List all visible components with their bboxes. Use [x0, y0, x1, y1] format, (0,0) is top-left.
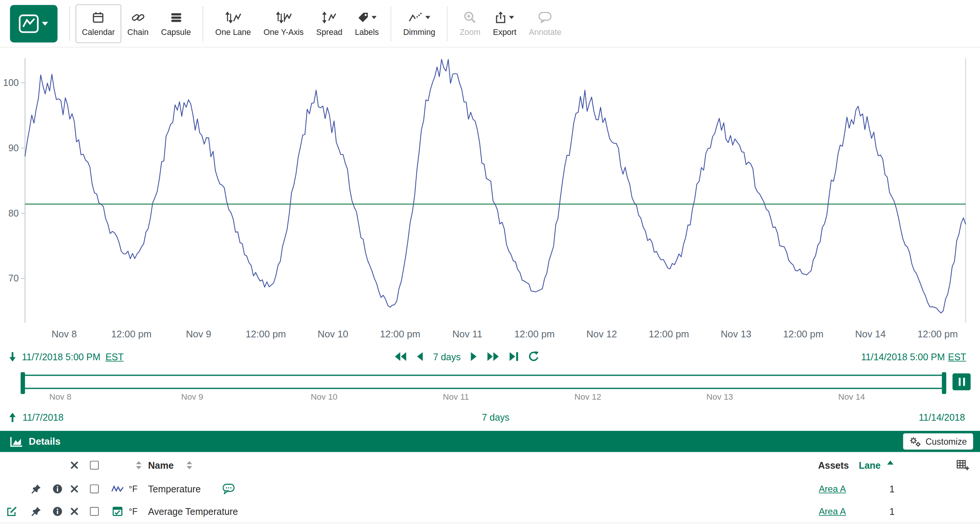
svg-text:12:00 pm: 12:00 pm: [246, 329, 286, 339]
trend-chart-svg[interactable]: 708090100Nov 812:00 pmNov 912:00 pmNov 1…: [0, 47, 980, 348]
remove-item-button[interactable]: [71, 485, 78, 492]
auto-update-bar-icon: [959, 378, 961, 386]
step-back-full-button[interactable]: [395, 352, 407, 362]
x-mark-icon: [71, 508, 78, 515]
step-to-end-button[interactable]: [509, 352, 519, 362]
svg-text:70: 70: [8, 273, 19, 283]
select-all-checkbox[interactable]: [90, 460, 99, 469]
export-icon: [495, 11, 507, 24]
toolbar: Calendar Chain Capsule One Lane On: [0, 0, 980, 47]
row-checkbox[interactable]: [90, 484, 99, 493]
edit-formula-button[interactable]: [6, 506, 18, 517]
details-row-average-temperature[interactable]: °F Average Temperature Area A 1: [0, 500, 980, 523]
one-lane-label: One Lane: [215, 27, 251, 37]
tag-icon: [357, 11, 369, 24]
add-column-button[interactable]: [956, 459, 969, 471]
one-y-axis-label: One Y-Axis: [263, 27, 304, 37]
range-slider-left-handle[interactable]: [21, 372, 25, 394]
remove-all-button[interactable]: [71, 461, 78, 469]
x-mark-icon: [71, 461, 78, 469]
item-name[interactable]: Average Temperature: [148, 506, 238, 516]
start-timezone-link[interactable]: EST: [105, 351, 124, 362]
pin-button[interactable]: [31, 506, 41, 516]
column-header-lane[interactable]: Lane: [859, 460, 880, 470]
capsule-icon: [170, 10, 182, 25]
chain-button[interactable]: Chain: [121, 4, 155, 43]
sort-name-button[interactable]: [186, 460, 193, 469]
details-panel-header: Details Customize: [0, 431, 980, 452]
investigate-range-start[interactable]: 11/7/2018: [22, 412, 64, 422]
annotate-label: Annotate: [529, 27, 562, 37]
chevron-down-icon: [425, 16, 431, 19]
annotation-bubble-button[interactable]: [223, 483, 235, 494]
details-row-temperature[interactable]: °F Temperature Area A 1: [0, 478, 980, 500]
signal-icon: [111, 484, 124, 493]
asset-link[interactable]: Area A: [819, 506, 846, 516]
end-timezone-link[interactable]: EST: [948, 351, 966, 362]
item-name[interactable]: Temperature: [148, 483, 200, 494]
start-time-down-arrow-icon[interactable]: [8, 351, 17, 362]
unit-label: °F: [129, 484, 138, 494]
labels-button[interactable]: Labels: [348, 4, 385, 43]
chain-icon: [131, 10, 145, 25]
asset-link[interactable]: Area A: [819, 484, 846, 494]
display-range-duration[interactable]: 7 days: [433, 351, 461, 362]
refresh-button[interactable]: [528, 351, 539, 362]
gears-icon: [909, 436, 921, 447]
svg-text:Nov 13: Nov 13: [721, 329, 752, 339]
investigate-up-arrow-icon[interactable]: [8, 412, 17, 422]
worksheet-view-dropdown-button[interactable]: [10, 5, 57, 42]
dimming-icon: [408, 11, 423, 24]
fast-forward-icon: [487, 352, 499, 362]
auto-update-bar-icon: [963, 378, 965, 386]
svg-text:12:00 pm: 12:00 pm: [514, 329, 555, 339]
display-range-start[interactable]: 11/7/2018 5:00 PM: [22, 351, 100, 362]
pin-button[interactable]: [31, 484, 41, 494]
investigate-range-duration[interactable]: 7 days: [482, 412, 510, 422]
svg-text:12:00 pm: 12:00 pm: [649, 329, 689, 339]
one-lane-button[interactable]: One Lane: [209, 4, 257, 43]
svg-text:Nov 10: Nov 10: [318, 329, 348, 339]
export-button[interactable]: Export: [487, 4, 523, 43]
spread-label: Spread: [316, 27, 342, 37]
column-header-assets[interactable]: Assets: [818, 460, 849, 470]
investigate-range: 11/7/2018 7 days 11/14/2018: [0, 406, 980, 428]
zoom-label: Zoom: [460, 27, 480, 37]
display-range-end[interactable]: 11/14/2018 5:00 PM: [861, 351, 945, 362]
info-icon: [52, 484, 63, 494]
trend-chart[interactable]: 708090100Nov 812:00 pmNov 912:00 pmNov 1…: [0, 47, 980, 348]
range-slider-tick-label: Nov 12: [574, 392, 601, 401]
step-back-half-button[interactable]: [416, 352, 424, 362]
toolbar-separator: [203, 6, 204, 41]
sort-icon: [135, 460, 142, 469]
calendar-button[interactable]: Calendar: [75, 4, 121, 43]
step-forward-half-button[interactable]: [470, 352, 477, 362]
sort-ascending-icon[interactable]: [887, 460, 894, 465]
lane-value: 1: [889, 483, 895, 494]
customize-button[interactable]: Customize: [903, 433, 973, 450]
details-table-header: Name Assets Lane: [0, 452, 980, 479]
annotate-button: Annotate: [522, 4, 568, 43]
item-info-button[interactable]: [52, 484, 63, 494]
remove-item-button[interactable]: [71, 508, 78, 515]
info-icon: [52, 506, 63, 516]
export-label: Export: [493, 27, 517, 37]
step-forward-full-button[interactable]: [487, 352, 499, 362]
auto-update-button[interactable]: [953, 373, 970, 390]
range-slider-bar[interactable]: [22, 374, 945, 389]
dimming-button[interactable]: Dimming: [397, 4, 442, 43]
row-checkbox[interactable]: [90, 507, 99, 515]
details-panel-title: Details: [29, 436, 61, 447]
column-header-name[interactable]: Name: [148, 460, 173, 470]
capsule-button[interactable]: Capsule: [155, 4, 197, 43]
investigate-range-end[interactable]: 11/14/2018: [919, 412, 965, 422]
calendar-label: Calendar: [82, 27, 115, 37]
metric-icon: [113, 506, 123, 516]
item-info-button[interactable]: [52, 506, 63, 516]
range-slider-right-handle[interactable]: [942, 372, 946, 394]
svg-text:12:00 pm: 12:00 pm: [111, 329, 151, 339]
spread-button[interactable]: Spread: [310, 4, 348, 43]
table-plus-icon: [956, 459, 969, 471]
sort-type-button[interactable]: [135, 460, 142, 469]
one-y-axis-button[interactable]: One Y-Axis: [257, 4, 310, 43]
